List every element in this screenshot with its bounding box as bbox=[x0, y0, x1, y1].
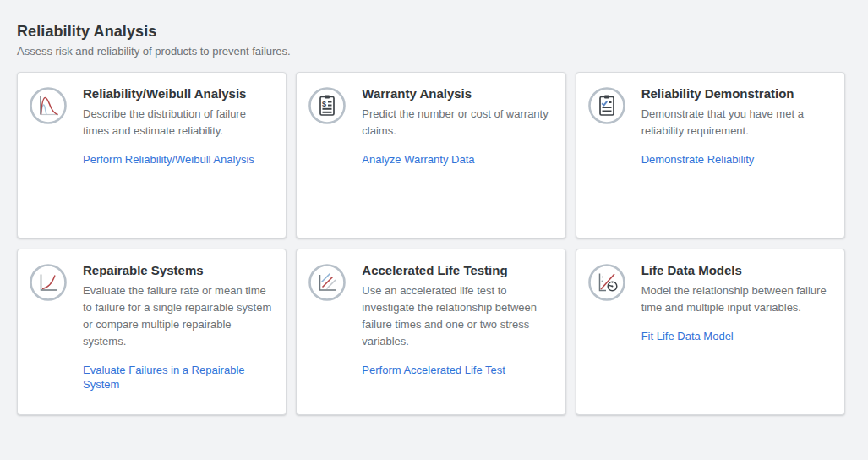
card-description: Model the relationship between failure t… bbox=[641, 282, 831, 316]
life-data-gauge-plot-icon bbox=[588, 264, 625, 301]
svg-text:$: $ bbox=[322, 100, 326, 108]
perform-reliability-weibull-analysis-link[interactable]: Perform Reliability/Weibull Analysis bbox=[83, 152, 254, 167]
evaluate-failures-repairable-system-link[interactable]: Evaluate Failures in a Repairable System bbox=[83, 363, 272, 392]
card-accelerated-life-testing: Accelerated Life Testing Use an accelera… bbox=[296, 249, 565, 415]
card-title: Warranty Analysis bbox=[362, 85, 551, 101]
analysis-card-grid: Reliability/Weibull Analysis Describe th… bbox=[17, 72, 845, 415]
card-reliability-demonstration: Reliability Demonstration Demonstrate th… bbox=[576, 72, 845, 238]
card-repairable-systems: Repairable Systems Evaluate the failure … bbox=[17, 249, 287, 415]
card-title: Accelerated Life Testing bbox=[362, 262, 551, 278]
card-reliability-weibull-analysis: Reliability/Weibull Analysis Describe th… bbox=[17, 72, 287, 238]
card-title: Repairable Systems bbox=[83, 262, 272, 278]
page-title: Reliability Analysis bbox=[17, 23, 845, 41]
repairable-growth-curve-icon bbox=[30, 264, 67, 301]
card-title: Reliability Demonstration bbox=[641, 85, 831, 101]
analyze-warranty-data-link[interactable]: Analyze Warranty Data bbox=[362, 152, 474, 167]
card-title: Life Data Models bbox=[641, 262, 831, 278]
card-warranty-analysis: $ Warranty Analysis Predict the number o… bbox=[296, 72, 565, 238]
demonstration-clipboard-check-icon bbox=[588, 87, 625, 124]
accelerated-probability-lines-icon bbox=[308, 264, 346, 301]
card-description: Demonstrate that you have met a reliabil… bbox=[641, 106, 831, 140]
page-subtitle: Assess risk and reliability of products … bbox=[17, 45, 845, 58]
card-description: Describe the distribution of failure tim… bbox=[83, 106, 272, 140]
weibull-distribution-icon bbox=[30, 87, 67, 124]
warranty-clipboard-dollar-icon: $ bbox=[308, 87, 346, 124]
card-life-data-models: Life Data Models Model the relationship … bbox=[576, 249, 845, 415]
reliability-analysis-page: Reliability Analysis Assess risk and rel… bbox=[0, 0, 868, 415]
card-description: Predict the number or cost of warranty c… bbox=[362, 106, 551, 140]
perform-accelerated-life-test-link[interactable]: Perform Accelerated Life Test bbox=[362, 363, 505, 377]
demonstrate-reliability-link[interactable]: Demonstrate Reliability bbox=[641, 152, 755, 167]
card-description: Evaluate the failure rate or mean time t… bbox=[83, 282, 272, 350]
card-description: Use an accelerated life test to investig… bbox=[362, 282, 551, 350]
fit-life-data-model-link[interactable]: Fit Life Data Model bbox=[641, 329, 734, 343]
card-title: Reliability/Weibull Analysis bbox=[83, 85, 272, 101]
